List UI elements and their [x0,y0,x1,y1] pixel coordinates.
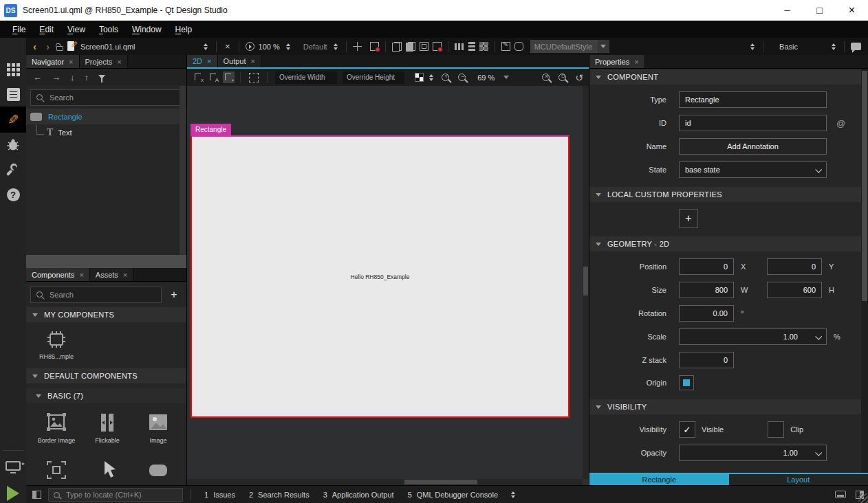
background-spinner[interactable] [427,74,435,81]
origin-button[interactable] [679,375,694,390]
minimize-button[interactable]: ─ [771,0,803,21]
tab-rectangle-properties[interactable]: Rectangle [589,474,729,485]
rounded-item-icon[interactable] [514,42,523,51]
chevron-down-icon[interactable] [598,40,609,53]
rotation-field[interactable] [679,305,734,322]
help-mode-icon[interactable]: ? [0,182,26,207]
design-rectangle[interactable]: Hello RH850_Example [191,135,569,418]
panel-splitter[interactable] [26,255,187,268]
maximize-button[interactable]: □ [803,0,836,21]
size-h-field[interactable] [767,282,822,298]
close-icon[interactable]: × [634,58,638,66]
scrollbar-thumb[interactable] [862,71,867,301]
snap-anchors-icon[interactable]: A [208,71,219,83]
panes-spinner[interactable] [509,491,517,498]
file-spinner[interactable] [202,43,210,50]
component-border-image[interactable]: Border Image [34,412,78,444]
tab-navigator[interactable]: Navigator × [26,55,80,68]
target-spinner[interactable] [332,43,340,50]
zstack-input[interactable] [685,356,728,364]
pane-search-results[interactable]: 2 Search Results [242,491,316,499]
locator-field[interactable] [48,488,183,502]
close-icon[interactable]: × [207,57,211,65]
section-my-components[interactable]: MY COMPONENTS [26,307,186,322]
override-width-input[interactable] [275,71,337,84]
tab-assets[interactable]: Assets × [90,268,133,281]
close-icon[interactable]: × [117,58,121,66]
close-document-icon[interactable]: × [223,41,232,52]
toggle-left-sidebar-icon[interactable] [32,491,41,499]
zoom-spinner[interactable] [284,43,292,50]
component-mouse-area[interactable] [85,459,129,481]
size-w-input[interactable] [685,286,728,294]
paste-icon[interactable] [406,42,415,52]
menu-help[interactable]: Help [169,23,199,36]
move-right-icon[interactable]: → [52,72,61,82]
section-visibility[interactable]: VISIBILITY [589,399,861,414]
close-icon[interactable]: × [251,57,255,65]
menu-view[interactable]: View [61,23,92,36]
navigator-scrollbar[interactable] [180,86,186,255]
kit-spinner[interactable] [829,43,838,50]
close-icon[interactable]: × [79,271,83,279]
snap-objects-icon[interactable]: ▪ [223,71,235,83]
tab-components[interactable]: Components × [26,268,90,281]
add-annotation-button[interactable]: Add Annotation [679,138,827,155]
run-zoom-value[interactable]: 100 % [259,43,280,51]
toggle-output-pane-icon[interactable] [835,491,846,498]
position-y-input[interactable] [773,262,816,271]
style-combobox[interactable]: MCUDefaultStyle [530,40,609,53]
feedback-bubble-icon[interactable] [851,43,861,50]
open-file-name[interactable]: Screen01.ui.qml [80,43,197,51]
layout-row-icon[interactable] [455,43,464,50]
filter-icon[interactable] [98,75,105,79]
size-h-input[interactable] [773,286,816,294]
add-module-button[interactable]: + [166,287,182,303]
menu-tools[interactable]: Tools [92,23,125,36]
scrollbar-thumb[interactable] [404,480,477,484]
target-selector[interactable]: Default [303,43,327,51]
zoom-out-icon[interactable]: − [458,74,466,81]
position-x-field[interactable] [679,258,734,275]
canvas-hscrollbar[interactable] [187,479,583,485]
zstack-field[interactable] [679,352,734,368]
kit-run-target-icon[interactable]: ▸ [0,454,26,478]
override-height-input[interactable] [343,71,404,84]
zoom-fit-icon[interactable]: ⌑ [558,74,566,81]
menu-window[interactable]: Window [125,23,169,36]
pane-issues[interactable]: 1 Issues [197,491,242,499]
zoom-dropdown-icon[interactable] [503,76,509,79]
size-w-field[interactable] [679,282,734,298]
debug-mode-icon[interactable] [0,133,26,157]
components-search-input[interactable] [31,291,161,299]
locator-input[interactable] [49,491,182,499]
section-geometry-2d[interactable]: GEOMETRY - 2D [589,236,861,252]
design-mode-icon[interactable]: ✎ [0,107,26,133]
edit-mode-icon[interactable] [0,82,26,107]
add-custom-property-button[interactable]: + [679,209,698,228]
canvas-viewport[interactable]: Rectangle Hello RH850_Example [187,86,589,485]
edit-document-icon[interactable]: ✎ [67,41,76,52]
tools-mode-icon[interactable] [0,157,26,182]
lock-icon[interactable] [56,46,63,51]
id-input[interactable] [685,119,821,127]
design-text[interactable]: Hello RH850_Example [351,273,410,280]
section-component[interactable]: COMPONENT [589,69,861,85]
component-flickable[interactable]: Flickable [85,412,129,444]
clip-checkbox[interactable] [768,421,784,438]
visible-checkbox[interactable]: ✓ [679,421,695,438]
close-button[interactable]: × [836,0,868,21]
move-down-icon[interactable]: ↓ [70,72,75,82]
section-default-components[interactable]: DEFAULT COMPONENTS [26,368,186,383]
component-rh850-example[interactable]: RH85...mple [34,329,78,360]
rotation-input[interactable] [685,309,728,317]
no-snapping-icon[interactable]: x [193,71,204,83]
back-icon[interactable]: ‹ [30,41,39,52]
pane-qml-debugger-console[interactable]: 5 QML Debugger Console [401,491,505,499]
forward-icon[interactable]: › [43,41,52,52]
properties-scrollbar[interactable] [861,69,868,473]
alias-export-icon[interactable]: @ [836,118,845,128]
section-local-custom-properties[interactable]: LOCAL CUSTOM PROPERTIES [589,187,861,202]
tab-layout-properties[interactable]: Layout [729,474,868,485]
navigator-search[interactable] [30,89,182,106]
